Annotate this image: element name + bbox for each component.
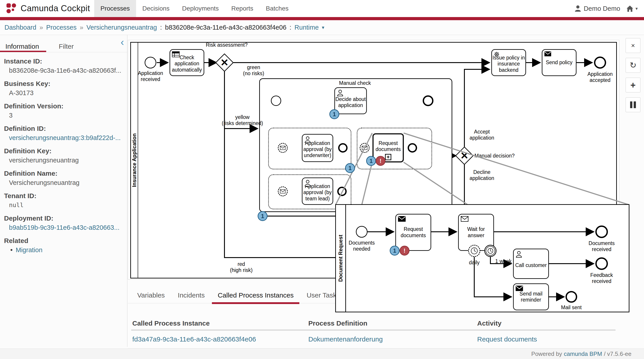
message-start-event[interactable] [360,143,370,153]
start-event-application-received[interactable] [145,57,156,69]
crumb-view-runtime[interactable]: Runtime [294,24,319,31]
field-value: 3 [9,112,12,119]
end-event-documents-received[interactable] [595,225,608,238]
migration-link[interactable]: Migration [16,246,42,254]
xor-gateway-icon: ✕ [460,151,469,161]
task-request-documents[interactable]: Request documents [395,214,431,251]
tab-incidents[interactable]: Incidents [172,291,210,303]
activity-link[interactable]: Request documents [477,335,537,343]
task-label: Send mail reminder [520,291,542,303]
call-activity-plus-icon: + [385,154,391,160]
deployment-id-link[interactable]: b9ab519b-9c39-11e6-a43c-a820663... [9,224,120,231]
called-process-overlay[interactable]: Document Request Documents needed [335,204,630,312]
boundary-timer-week-icon[interactable] [484,245,496,257]
field-label: Definition Version: [4,102,64,110]
event-label: Documents received [586,240,617,252]
send-message-icon [398,216,406,222]
incident-badge: ! [376,156,386,166]
field-value: b836208e-9c3a-11e6-a43c-a820663f... [9,67,121,74]
home-menu[interactable]: ▾ [626,5,638,12]
nav-reports[interactable]: Reports [225,0,260,17]
crumb-colon: : [290,24,291,31]
nav-processes[interactable]: Processes [94,0,136,17]
pause-icon [630,101,632,108]
nav-batches[interactable]: Batches [260,0,295,17]
boundary-timer-daily-icon[interactable] [468,245,480,257]
end-event-mail-sent[interactable] [566,291,577,303]
crumb-dashboard[interactable]: Dashboard [4,24,36,31]
crumb-definition[interactable]: Versicherungsneuantrag [86,24,157,31]
end-event[interactable] [338,143,348,153]
field-value: A-30173 [9,89,34,97]
runtime-caret-icon[interactable]: ▾ [322,25,324,31]
gateway-label: Manual decision? [474,153,528,159]
receive-message-icon [460,216,469,222]
end-event-manual-check[interactable] [423,95,434,106]
table-header-divider [131,329,616,331]
incident-badge: ! [400,246,410,256]
crumb-separator: » [80,24,83,31]
message-icon [280,189,286,193]
tab-information[interactable]: Information [0,39,44,50]
nav-deployments[interactable]: Deployments [176,0,225,17]
end-event[interactable] [408,143,417,153]
nav-decisions[interactable]: Decisions [136,0,176,17]
suspend-button[interactable] [626,97,640,112]
tab-variables[interactable]: Variables [132,291,171,303]
process-definition-link[interactable]: Dokumentenanforderung [308,335,383,343]
task-send-mail-reminder[interactable]: Send mail reminder [513,283,549,310]
tab-filter[interactable]: Filter [53,39,79,50]
user-menu[interactable]: Demo Demo [575,5,620,12]
field-label: Business Key: [4,80,50,88]
task-check-application[interactable]: Check application automatically [170,49,204,76]
task-approval-teamlead[interactable]: Application approval (by team lead) [302,177,333,205]
navbar-right: Demo Demo ▾ [575,0,638,17]
event-label: Application accepted [582,71,618,83]
pool-label-strip: Document Request [336,205,346,312]
user-task-icon [304,136,311,143]
brand[interactable]: Camunda Cockpit [6,3,90,14]
plus-icon: + [630,80,636,90]
tab-called-process-instances[interactable]: Called Process Instances [212,291,300,303]
close-overlay-button[interactable]: × [626,38,640,53]
task-label: Send policy [546,60,572,66]
start-event-manual-check[interactable] [271,96,281,106]
crumb-processes[interactable]: Processes [46,24,76,31]
task-call-customer[interactable]: Call customer [513,249,549,279]
message-start-event[interactable] [278,143,288,153]
camunda-cockpit-app: Camunda Cockpit Processes Decisions Depl… [0,0,644,359]
refresh-button[interactable]: ↻ [626,58,640,73]
start-event-documents-needed[interactable] [356,226,368,238]
definition-id-link[interactable]: versicherungsneuantrag:3:b9af222d-... [9,134,121,142]
field-value: versicherungsneuantrag [9,157,79,164]
end-event[interactable] [337,187,347,196]
timer-label: daily [463,260,486,266]
pool-label: Insurance Application [132,133,138,187]
column-header: Process Definition [308,319,367,327]
sidebar-collapse-icon[interactable]: ‹ [121,37,124,47]
task-decide-about-application[interactable]: Decide about application [334,87,367,114]
instance-count-badge: 1 [390,246,400,256]
subprocess-label: Manual check [332,80,378,86]
user-icon [575,5,581,12]
crumb-instance-id: b836208e-9c3a-11e6-a43c-a820663f4e06 [165,24,286,31]
app-title: Camunda Cockpit [21,4,90,13]
flow-label-yellow: yellow (risks determined) [219,114,266,126]
task-issue-policy[interactable]: Issue policy in insurance backend [491,49,526,76]
version-text: / v7.5.6-ee [604,350,632,357]
send-message-icon [516,286,523,291]
end-event-feedback-received[interactable] [595,257,608,270]
zoom-in-button[interactable]: + [626,78,640,93]
timer-label: 1 week [491,258,516,264]
end-event-application-accepted[interactable] [594,57,606,69]
task-approval-underwriter[interactable]: Application approval (by underwriter) [302,134,333,162]
message-start-event[interactable] [278,186,288,196]
instance-sidebar: Information Filter ‹ Instance ID: b83620… [0,35,127,347]
called-instance-link[interactable]: fd3a47a9-9c3a-11e6-a43c-a820663f4e06 [132,335,256,343]
field-label: Deployment ID: [4,214,53,222]
camunda-bpm-link[interactable]: camunda BPM [564,350,602,357]
task-label: Check application automatically [172,55,202,73]
tab-divider [0,52,127,52]
field-label: Definition Key: [4,147,52,155]
task-send-policy[interactable]: Send policy [542,49,576,76]
